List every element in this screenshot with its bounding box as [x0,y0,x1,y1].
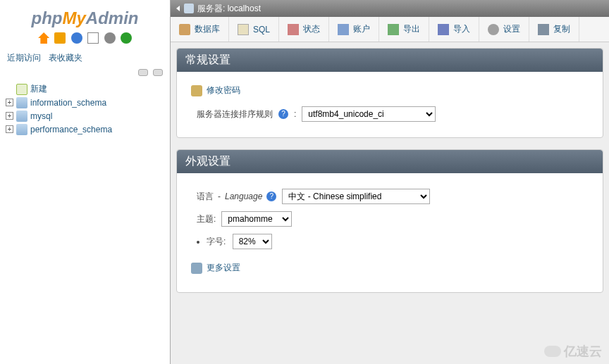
tree-new[interactable]: 新建 [6,82,166,96]
breadcrumb: 服务器: localhost [171,0,609,17]
sql-tab-icon [238,24,249,35]
new-db-icon [16,84,27,95]
home-icon[interactable] [38,32,49,44]
change-password-label: 修改密码 [207,84,240,96]
database-tab-icon [179,24,190,35]
status-tab-icon [288,24,299,35]
tab-favorites[interactable]: 表收藏夹 [49,53,82,63]
expand-icon[interactable]: + [6,112,13,120]
more-settings-link[interactable]: 更多设置 [191,262,589,274]
tab-status-label: 状态 [303,23,320,35]
sidebar: phpMyAdmin 近期访问 表收藏夹 新建 + information_sc… [0,0,171,364]
database-icon [16,124,27,135]
db-name: performance_schema [30,125,112,134]
lock-icon [191,85,202,96]
logo: phpMyAdmin [0,8,170,28]
tab-settings-label: 设置 [503,23,520,35]
theme-row: 主题: pmahomme [191,211,589,227]
logo-admin: Admin [86,8,139,27]
main: 服务器: localhost 数据库 SQL 状态 账户 导出 导入 设置 复制… [171,0,609,364]
change-password-link[interactable]: 修改密码 [191,84,589,96]
help-icon[interactable] [71,32,82,44]
tab-accounts-label: 账户 [353,23,370,35]
server-icon [184,4,194,13]
collation-colon: : [294,109,296,119]
breadcrumb-server-label: 服务器: [197,3,225,15]
tree-db-row[interactable]: + mysql [6,109,166,123]
panel-general-title: 常规设置 [177,49,603,72]
replication-tab-icon [538,24,549,35]
settings-tab-icon [488,24,499,35]
db-name: mysql [30,111,52,121]
language-row: 语言 - Language ? 中文 - Chinese simplified [191,189,589,204]
sql-quick-icon[interactable] [54,32,66,44]
expand-icon[interactable]: + [6,99,13,106]
collation-label: 服务器连接排序规则 [197,108,273,120]
more-settings-label: 更多设置 [207,262,240,274]
database-icon [16,111,27,122]
help-icon[interactable]: ? [278,109,288,119]
fontsize-row: 字号: 82% [207,234,589,249]
help-icon[interactable]: ? [266,192,276,201]
theme-select[interactable]: pmahomme [221,211,292,227]
link-icon[interactable] [153,69,163,76]
panel-appearance: 外观设置 语言 - Language ? 中文 - Chinese simpli… [176,149,603,293]
nav-tabs: 近期访问 表收藏夹 [0,49,170,67]
content: 常规设置 修改密码 服务器连接排序规则 ? : utf8mb4_unicode_… [171,42,609,364]
tab-settings[interactable]: 设置 [479,17,529,42]
accounts-tab-icon [338,24,349,35]
tab-databases-label: 数据库 [195,23,220,35]
collation-row: 服务器连接排序规则 ? : utf8mb4_unicode_ci [191,106,589,122]
tree-db-row[interactable]: + performance_schema [6,123,166,136]
collapse-bar [0,67,170,80]
language-label: 语言 [197,191,214,203]
docs-icon[interactable] [87,32,99,44]
cloud-icon [544,346,561,357]
language-select[interactable]: 中文 - Chinese simplified [282,189,430,204]
wrench-icon [191,263,202,274]
watermark-text: 亿速云 [564,343,602,360]
db-tree: 新建 + information_schema + mysql + perfor… [0,80,170,136]
toolbar: 数据库 SQL 状态 账户 导出 导入 设置 复制 [171,17,609,42]
panel-appearance-title: 外观设置 [177,150,603,173]
tab-replication-label: 复制 [553,23,570,35]
language-english-label: Language [225,192,262,201]
breadcrumb-arrow-icon[interactable] [176,6,180,11]
collapse-icon[interactable] [138,69,148,76]
export-tab-icon [388,24,399,35]
tab-accounts[interactable]: 账户 [329,17,379,42]
tab-import[interactable]: 导入 [429,17,479,42]
watermark: 亿速云 [544,343,602,360]
fontsize-select[interactable]: 82% [233,234,272,249]
expand-icon[interactable]: + [6,125,13,133]
breadcrumb-server-value: localhost [228,4,261,13]
tab-sql[interactable]: SQL [229,17,279,42]
tree-db-row[interactable]: + information_schema [6,96,166,109]
logo-php: php [32,8,63,27]
tab-databases[interactable]: 数据库 [171,17,229,42]
import-tab-icon [438,24,449,35]
fontsize-label: 字号: [207,237,226,246]
reload-icon[interactable] [121,32,132,44]
tab-export-label: 导出 [403,23,420,35]
tab-sql-label: SQL [253,25,270,34]
collation-select[interactable]: utf8mb4_unicode_ci [302,106,436,122]
logo-my: My [62,8,85,27]
panel-general: 常规设置 修改密码 服务器连接排序规则 ? : utf8mb4_unicode_… [176,48,603,138]
tab-export[interactable]: 导出 [379,17,429,42]
theme-label: 主题: [197,213,216,225]
database-icon [16,97,27,108]
db-name: information_schema [30,98,106,108]
tab-recent[interactable]: 近期访问 [7,53,41,63]
settings-quick-icon[interactable] [104,32,116,44]
tab-status[interactable]: 状态 [279,17,329,42]
tab-replication[interactable]: 复制 [529,17,579,42]
quick-icons [0,32,170,44]
new-db-label: 新建 [30,83,47,95]
tab-import-label: 导入 [453,23,470,35]
